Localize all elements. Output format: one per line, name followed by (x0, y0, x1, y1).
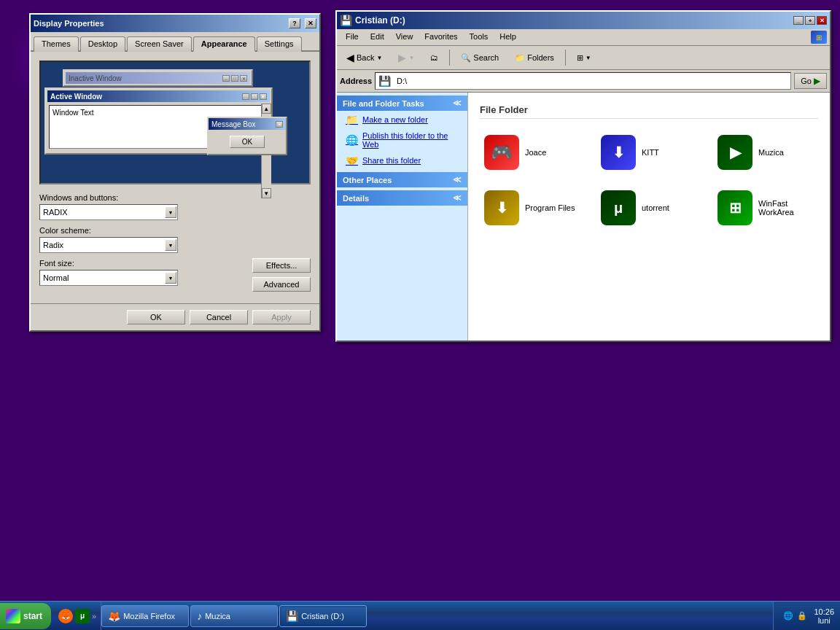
folder-item-joace[interactable]: 🎮 Joace (480, 131, 585, 174)
tray-security-icon[interactable]: 🔒 (796, 610, 808, 622)
font-size-group: Font size: Normal ▼ (39, 259, 245, 286)
tab-screensaver[interactable]: Screen Saver (127, 36, 192, 52)
folder-item-programfiles[interactable]: ⬇ Program Files (480, 186, 585, 230)
address-input[interactable] (394, 74, 788, 88)
folders-label: Folders (527, 53, 554, 62)
advanced-button[interactable]: Advanced (252, 277, 311, 292)
taskbar-item-firefox[interactable]: 🦊 Mozilla Firefox (101, 605, 189, 627)
view-button[interactable]: ⊞ ▼ (570, 48, 598, 67)
other-places-header[interactable]: Other Places ≪ (337, 172, 467, 187)
menu-tools[interactable]: Tools (464, 31, 494, 44)
scroll-down-arrow[interactable]: ▼ (262, 188, 271, 198)
details-chevron: ≪ (453, 193, 462, 203)
kitt-label: KITT (642, 148, 659, 157)
view-icon: ⊞ (577, 53, 583, 63)
forward-dropdown-icon: ▼ (408, 55, 414, 61)
ok-button[interactable]: OK (127, 310, 185, 324)
firefox-taskbar-label: Mozilla Firefox (123, 612, 175, 621)
menu-help[interactable]: Help (494, 31, 522, 44)
muzica-label: Muzica (758, 148, 784, 157)
publish-folder-link[interactable]: 🌐 Publish this folder to the Web (337, 128, 467, 152)
explorer-close-btn[interactable]: ✕ (817, 16, 827, 25)
windows-buttons-select[interactable]: RADIX (39, 204, 178, 220)
start-button[interactable]: start (0, 603, 51, 629)
explorer-title-buttons: _ + ✕ (793, 16, 827, 25)
font-size-select-wrapper: Normal ▼ (39, 270, 178, 286)
font-size-select[interactable]: Normal (39, 270, 178, 286)
file-folder-tasks-header[interactable]: File and Folder Tasks ≪ (337, 96, 467, 111)
display-properties-titlebar: Display Properties ? ✕ (31, 15, 319, 32)
tray-network-icon[interactable]: 🌐 (782, 610, 794, 622)
file-folder-section-title: File Folder (480, 104, 818, 119)
appearance-controls: Windows and buttons: RADIX ▼ Color schem… (39, 193, 311, 292)
preview-msgbox-titlebar: Message Box ✕ (209, 118, 286, 130)
preview-active-max: □ (251, 93, 258, 100)
display-help-button[interactable]: ? (289, 18, 300, 28)
menu-favorites[interactable]: Favorites (419, 31, 463, 44)
publish-icon: 🌐 (346, 134, 358, 146)
joace-icon: 🎮 (484, 135, 519, 170)
effects-button[interactable]: Effects... (252, 258, 311, 273)
folder-item-kitt[interactable]: ⬇ KITT (596, 131, 701, 174)
search-button[interactable]: 🔍 Search (454, 48, 505, 67)
up-button[interactable]: 🗂 (424, 48, 445, 67)
details-header[interactable]: Details ≪ (337, 190, 467, 206)
explorer-minimize-btn[interactable]: _ (793, 16, 804, 25)
preview-inactive-title: Inactive Window (69, 74, 122, 82)
forward-button[interactable]: ▶ ▼ (392, 48, 421, 67)
menu-edit[interactable]: Edit (365, 31, 390, 44)
cristian-taskbar-icon: 💾 (286, 610, 298, 622)
toolbar-separator-1 (449, 50, 450, 66)
folder-item-winfast[interactable]: ⊞ WinFast WorkArea (713, 186, 818, 230)
back-button[interactable]: ◀ Back ▼ (340, 48, 389, 67)
programfiles-icon: ⬇ (484, 190, 519, 225)
tab-appearance[interactable]: Appearance (193, 36, 255, 52)
back-label: Back (357, 53, 374, 62)
preview-msgbox-ok[interactable]: OK (230, 136, 265, 148)
explorer-maximize-btn[interactable]: + (805, 16, 815, 25)
preview-inactive-titlebar: Inactive Window _ □ ✕ (66, 72, 250, 84)
quick-launch-bar: 🦊 μ » (54, 602, 101, 630)
address-input-container[interactable]: 💾 (375, 72, 791, 90)
display-properties-tabs: Themes Desktop Screen Saver Appearance S… (31, 32, 319, 52)
side-buttons-group: Effects... Advanced (252, 258, 311, 292)
muzica-taskbar-label: Muzica (205, 612, 230, 621)
cancel-button[interactable]: Cancel (190, 310, 248, 324)
tab-settings[interactable]: Settings (257, 36, 302, 52)
explorer-toolbar: ◀ Back ▼ ▶ ▼ 🗂 🔍 Search 📁 Folders ⊞ ▼ (337, 46, 830, 70)
tab-themes[interactable]: Themes (34, 36, 79, 52)
apply-button[interactable]: Apply (252, 310, 311, 324)
display-close-button[interactable]: ✕ (305, 18, 316, 28)
taskbar-item-muzica[interactable]: ♪ Muzica (190, 605, 278, 627)
share-icon: 🤝 (346, 155, 358, 166)
forward-icon: ▶ (398, 52, 406, 63)
ql-icon-firefox[interactable]: 🦊 (58, 609, 73, 623)
tray-day: luni (814, 616, 834, 625)
folder-item-muzica[interactable]: ▶ Muzica (713, 131, 818, 174)
toolbar-separator-2 (565, 50, 566, 66)
utorrent-icon: μ (601, 190, 636, 225)
tab-desktop[interactable]: Desktop (80, 36, 125, 52)
preview-message-box: Message Box ✕ OK (207, 117, 287, 155)
make-new-folder-link[interactable]: 📁 Make a new folder (337, 111, 467, 128)
make-folder-icon: 📁 (346, 114, 358, 125)
go-button[interactable]: Go ▶ (794, 73, 827, 89)
start-logo-icon (6, 609, 20, 623)
scroll-up-arrow[interactable]: ▲ (262, 104, 271, 114)
system-tray: 🌐 🔒 10:26 luni (773, 602, 840, 630)
folder-item-utorrent[interactable]: μ utorrent (596, 186, 701, 230)
menu-file[interactable]: File (340, 31, 365, 44)
explorer-sidebar: File and Folder Tasks ≪ 📁 Make a new fol… (337, 93, 468, 341)
color-scheme-select[interactable]: Radix (39, 237, 178, 253)
ql-more[interactable]: » (92, 612, 96, 621)
preview-active-titlebar: Active Window _ □ ✕ (47, 90, 270, 102)
menu-view[interactable]: View (390, 31, 419, 44)
taskbar-item-cristian[interactable]: 💾 Cristian (D:) (279, 605, 367, 627)
winfast-label: WinFast WorkArea (758, 199, 814, 217)
ql-icon-utorrent[interactable]: μ (75, 609, 90, 623)
start-label: start (23, 611, 42, 621)
share-folder-link[interactable]: 🤝 Share this folder (337, 152, 467, 169)
cristian-taskbar-label: Cristian (D:) (301, 612, 344, 621)
preview-msgbox-close[interactable]: ✕ (276, 121, 283, 128)
folders-button[interactable]: 📁 Folders (508, 48, 561, 67)
